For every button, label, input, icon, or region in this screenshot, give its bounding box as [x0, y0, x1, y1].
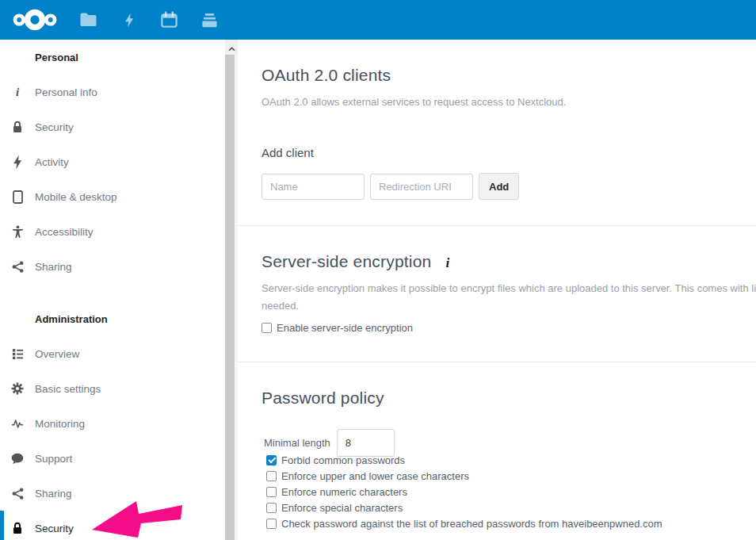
sidebar-item-label: Sharing [35, 261, 72, 273]
enforce-special-row[interactable]: Enforce special characters [266, 500, 756, 515]
encryption-description-line2: needed. [262, 301, 756, 312]
add-client-button[interactable]: Add [479, 173, 519, 200]
sidebar-item-sharing-admin[interactable]: Sharing [0, 476, 238, 511]
sidebar-item-security-admin[interactable]: Security [0, 511, 238, 540]
sidebar-item-label: Security [35, 121, 74, 133]
checkbox-label: Enforce special characters [281, 502, 403, 514]
checkbox-label: Enforce numeric characters [281, 486, 407, 498]
enforce-case-checkbox[interactable] [266, 471, 277, 481]
sidebar-item-label: Basic settings [35, 383, 101, 395]
sidebar-item-label: Activity [35, 156, 69, 168]
settings-sidebar: Personal i Personal info Security Activi… [0, 40, 238, 540]
scroll-up-button[interactable] [225, 40, 238, 55]
sidebar-item-label: Monitoring [35, 418, 85, 430]
oauth-clients-section: OAuth 2.0 clients OAuth 2.0 allows exter… [238, 40, 756, 226]
sidebar-item-label: Mobile & desktop [35, 191, 117, 203]
sidebar-item-mobile-desktop[interactable]: Mobile & desktop [0, 179, 238, 214]
sidebar-item-label: Sharing [35, 488, 72, 500]
sidebar-item-label: Personal info [35, 86, 97, 98]
app-navigation [79, 11, 219, 29]
checkbox-label: Enforce upper and lower case characters [281, 470, 469, 482]
settings-content: OAuth 2.0 clients OAuth 2.0 allows exter… [238, 40, 756, 540]
checkbox-label: Forbid common passwords [281, 454, 405, 466]
nextcloud-logo[interactable] [10, 6, 62, 33]
files-app-icon[interactable] [79, 11, 97, 29]
check-hibp-checkbox[interactable] [266, 519, 277, 529]
sidebar-item-basic-settings[interactable]: Basic settings [0, 371, 238, 406]
encryption-heading: Server-side encryption [262, 252, 432, 271]
sidebar-section-personal: Personal [0, 40, 238, 75]
minimal-length-label: Minimal length [264, 437, 330, 449]
sidebar-item-sharing-personal[interactable]: Sharing [0, 249, 238, 284]
add-client-form: Add [262, 173, 756, 200]
scrollbar-thumb[interactable] [225, 55, 235, 540]
sidebar-item-personal-info[interactable]: i Personal info [0, 75, 238, 109]
info-icon[interactable]: i [446, 255, 450, 271]
sidebar-item-accessibility[interactable]: Accessibility [0, 214, 238, 249]
sidebar-item-activity[interactable]: Activity [0, 144, 238, 179]
password-policy-options: Forbid common passwords Enforce upper an… [266, 452, 756, 531]
enforce-numeric-checkbox[interactable] [266, 487, 277, 497]
overview-icon [11, 347, 24, 361]
sidebar-item-label: Overview [35, 348, 79, 360]
enforce-case-row[interactable]: Enforce upper and lower case characters [266, 468, 756, 484]
sidebar-scrollbar[interactable] [225, 40, 238, 540]
lock-icon [11, 121, 24, 134]
enforce-numeric-row[interactable]: Enforce numeric characters [266, 484, 756, 500]
monitoring-icon [11, 417, 24, 431]
checkbox-label: Check password against the list of breac… [281, 518, 662, 530]
chat-bubble-icon [11, 452, 24, 465]
svg-text:i: i [16, 86, 20, 98]
sidebar-item-label: Accessibility [35, 226, 94, 238]
sidebar-item-label: Security [35, 523, 74, 534]
enable-encryption-row[interactable]: Enable server-side encryption [262, 322, 756, 334]
info-icon: i [11, 86, 24, 99]
activity-app-icon[interactable] [120, 11, 138, 29]
server-side-encryption-section: Server-side encryption i Server-side enc… [238, 226, 756, 362]
gear-icon [11, 382, 24, 396]
top-header [0, 0, 756, 40]
sidebar-item-monitoring[interactable]: Monitoring [0, 406, 238, 441]
share-icon [11, 487, 24, 500]
lightning-icon [11, 155, 24, 169]
enable-encryption-label: Enable server-side encryption [277, 322, 413, 334]
sidebar-section-administration: Administration [0, 301, 238, 336]
sidebar-item-label: Support [35, 453, 72, 465]
enable-encryption-checkbox[interactable] [262, 323, 272, 333]
chevron-up-icon [228, 40, 235, 55]
sidebar-item-security-personal[interactable]: Security [0, 109, 238, 144]
password-policy-section: Password policy Minimal length Forbid co… [238, 362, 756, 540]
sidebar-item-overview[interactable]: Overview [0, 336, 238, 371]
deck-app-icon[interactable] [200, 11, 219, 29]
oauth-description: OAuth 2.0 allows external services to re… [262, 97, 756, 108]
forbid-common-passwords-row[interactable]: Forbid common passwords [266, 452, 756, 468]
minimal-length-input[interactable] [337, 429, 395, 457]
password-policy-heading: Password policy [262, 389, 756, 408]
share-icon [11, 260, 24, 274]
accessibility-icon [11, 225, 24, 239]
check-hibp-row[interactable]: Check password against the list of breac… [266, 515, 756, 531]
add-client-subheading: Add client [262, 146, 756, 159]
oauth-clients-heading: OAuth 2.0 clients [262, 66, 756, 85]
redirection-uri-input[interactable] [370, 174, 473, 200]
calendar-app-icon[interactable] [160, 11, 178, 29]
client-name-input[interactable] [262, 174, 365, 200]
mobile-icon [11, 190, 24, 204]
enforce-special-checkbox[interactable] [266, 503, 277, 513]
forbid-common-passwords-checkbox[interactable] [266, 455, 277, 465]
lock-icon [11, 522, 24, 535]
encryption-description-line1: Server-side encryption makes it possible… [262, 283, 756, 294]
sidebar-item-support[interactable]: Support [0, 441, 238, 476]
